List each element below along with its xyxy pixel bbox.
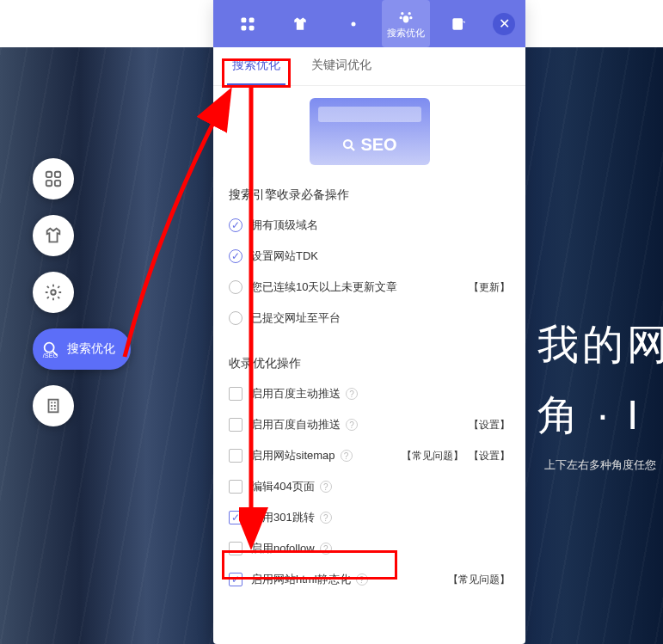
svg-point-14 (408, 12, 410, 15)
action-update[interactable]: 【更新】 (469, 280, 510, 295)
checkbox-baidu-auto[interactable] (229, 418, 242, 432)
gear-icon (345, 15, 362, 33)
checkbox-html-static[interactable] (229, 573, 242, 586)
row-domain-label: 拥有顶级域名 (251, 218, 318, 233)
tab-keyword-optimization[interactable]: 关键词优化 (306, 47, 377, 85)
row-sitemap: 启用网站sitemap ? 【常见问题】 【设置】 (229, 440, 510, 471)
toolbar-seo-label: 搜索优化 (387, 27, 425, 40)
gear-icon (44, 283, 63, 302)
close-icon: ✕ (499, 15, 510, 32)
help-icon[interactable]: ? (346, 388, 358, 400)
row-baidu-active-push: 启用百度主动推送 ? (229, 378, 510, 409)
svg-point-16 (409, 16, 412, 19)
row-301-label: 启用301跳转 (251, 510, 315, 525)
row-submit-label: 已提交网址至平台 (251, 310, 341, 326)
checkbox-301[interactable] (229, 511, 242, 524)
section2-list: 启用百度主动推送 ? 启用百度自动推送 ? 【设置】 启用网站sitemap ?… (229, 378, 510, 595)
section1-list: 拥有顶级域名 设置网站TDK 您已连续10天以上未更新文章 【更新】 已提交网址… (229, 210, 510, 334)
seo-illustration-label: SEO (341, 135, 396, 155)
action-faq[interactable]: 【常见问题】 (402, 449, 463, 463)
section1-title: 搜索引擎收录必备操作 (229, 187, 510, 203)
hero-title-line1: 我的网 (537, 310, 663, 380)
svg-text:/SEO: /SEO (43, 352, 58, 359)
building-icon (44, 396, 63, 415)
float-seo-label: 搜索优化 (67, 341, 115, 357)
panel-content: SEO 搜索引擎收录必备操作 拥有顶级域名 设置网站TDK 您已连续10天以上未… (213, 86, 525, 604)
toolbar-seo-button[interactable]: 搜索优化 (382, 0, 429, 47)
checkbox-sitemap[interactable] (229, 449, 242, 463)
row-submit-url: 已提交网址至平台 (229, 303, 510, 334)
row-404-label: 编辑404页面 (251, 479, 315, 494)
svg-rect-2 (46, 181, 52, 186)
toolbar-gear-button[interactable] (329, 0, 377, 47)
help-icon[interactable]: ? (356, 573, 368, 586)
panel-close-button[interactable]: ✕ (493, 13, 515, 35)
hero-subtitle: 上下左右多种角度任您 (544, 457, 656, 473)
action-settings[interactable]: 【设置】 (469, 418, 510, 432)
checkbox-update[interactable] (229, 280, 242, 294)
row-html-static-label: 启用网站html静态化 (251, 572, 351, 587)
svg-rect-18 (453, 18, 463, 29)
help-icon[interactable]: ? (320, 512, 332, 524)
svg-point-15 (399, 16, 402, 19)
action-settings[interactable]: 【设置】 (469, 449, 510, 463)
paw-icon (397, 8, 414, 25)
float-shirt-button[interactable] (33, 215, 74, 256)
row-baidu-active-label: 启用百度主动推送 (251, 386, 341, 402)
list-icon (450, 15, 467, 33)
row-baidu-auto-push: 启用百度自动推送 ? 【设置】 (229, 409, 510, 440)
magnifier-icon (341, 138, 357, 153)
shirt-icon (292, 15, 309, 33)
checkbox-nofollow[interactable] (229, 542, 242, 555)
grid-icon (44, 169, 63, 188)
svg-rect-0 (46, 172, 52, 177)
seo-small-icon: /SEO (41, 340, 60, 359)
panel-toolbar: 搜索优化 ✕ (213, 0, 525, 47)
row-nofollow-label: 启用nofollow (251, 541, 315, 556)
checkbox-domain[interactable] (229, 218, 242, 232)
toolbar-list-button[interactable] (435, 0, 482, 47)
panel-tabs: 搜索优化 关键词优化 (213, 47, 525, 86)
help-icon[interactable]: ? (320, 543, 332, 555)
toolbar-shirt-button[interactable] (276, 0, 323, 47)
help-icon[interactable]: ? (320, 481, 332, 493)
row-sitemap-label: 启用网站sitemap (251, 448, 335, 463)
toolbar-grid-button[interactable] (224, 0, 271, 47)
row-update-articles: 您已连续10天以上未更新文章 【更新】 (229, 272, 510, 303)
float-grid-button[interactable] (33, 158, 74, 199)
action-faq[interactable]: 【常见问题】 (448, 573, 510, 587)
help-icon[interactable]: ? (341, 450, 353, 462)
svg-point-5 (45, 343, 54, 353)
float-building-button[interactable] (33, 385, 74, 426)
svg-rect-8 (241, 17, 246, 22)
svg-point-17 (403, 15, 409, 22)
row-tdk-label: 设置网站TDK (251, 248, 318, 264)
row-html-static: 启用网站html静态化 ? 【常见问题】 (229, 564, 510, 595)
row-nofollow: 启用nofollow ? (229, 533, 510, 564)
row-tdk: 设置网站TDK (229, 241, 510, 272)
svg-rect-1 (55, 172, 60, 177)
row-404: 编辑404页面 ? (229, 471, 510, 502)
checkbox-baidu-active[interactable] (229, 387, 242, 401)
checkbox-404[interactable] (229, 480, 242, 494)
row-domain: 拥有顶级域名 (229, 210, 510, 241)
tab-search-optimization[interactable]: 搜索优化 (227, 47, 285, 85)
float-seo-button-active[interactable]: /SEO 搜索优化 (33, 328, 131, 370)
help-icon[interactable]: ? (346, 419, 358, 431)
checkbox-submit[interactable] (229, 311, 242, 325)
seo-panel: 搜索优化 ✕ 搜索优化 关键词优化 SEO 搜索引擎收录必备操作 拥有顶级域名 (213, 0, 525, 644)
float-gear-button[interactable] (33, 272, 74, 313)
row-baidu-auto-label: 启用百度自动推送 (251, 417, 341, 432)
svg-rect-11 (249, 25, 254, 30)
hero-title: 我的网 角 · I (537, 310, 663, 450)
svg-rect-10 (241, 25, 246, 30)
svg-point-19 (344, 140, 352, 148)
shirt-icon (44, 226, 63, 245)
grid-icon (239, 15, 256, 33)
svg-rect-3 (55, 181, 60, 186)
row-update-label: 您已连续10天以上未更新文章 (251, 279, 397, 295)
svg-point-12 (351, 21, 355, 26)
svg-point-4 (51, 290, 56, 295)
checkbox-tdk[interactable] (229, 249, 242, 263)
hero-title-line2: 角 · I (537, 380, 663, 451)
